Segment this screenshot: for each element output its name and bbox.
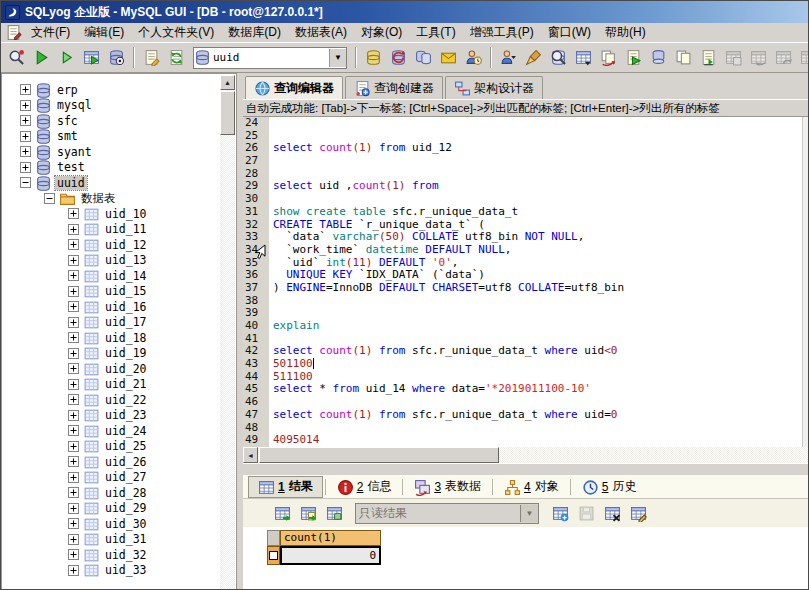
sidebar-db-mysql[interactable]: mysql	[2, 98, 218, 114]
sidebar-table-uid_32[interactable]: uid_32	[2, 547, 218, 563]
tree-scrollbar[interactable]: ▲	[220, 75, 235, 590]
edit-row-button[interactable]	[627, 502, 649, 524]
duplicate-db-button[interactable]	[646, 45, 671, 70]
row-checkbox[interactable]	[269, 551, 278, 560]
expand-icon[interactable]	[68, 348, 79, 359]
expand-icon[interactable]	[68, 363, 79, 374]
sidebar-table-uid_21[interactable]: uid_21	[2, 377, 218, 393]
expand-icon[interactable]	[68, 410, 79, 421]
grid-column-header[interactable]: count(1)	[280, 530, 381, 546]
execute-file-button[interactable]	[621, 45, 646, 70]
table-menu-button[interactable]	[571, 45, 596, 70]
explain-query-button[interactable]	[104, 45, 129, 70]
expand-icon[interactable]	[68, 503, 79, 514]
menu-item[interactable]: 文件(F)	[24, 22, 77, 43]
sidebar-table-uid_17[interactable]: uid_17	[2, 315, 218, 331]
expand-icon[interactable]	[68, 472, 79, 483]
editor-horizontal-scrollbar[interactable]: ◄	[243, 447, 809, 463]
expand-icon[interactable]	[68, 518, 79, 529]
sidebar-db-sfc[interactable]: sfc	[2, 113, 218, 129]
sql-editor[interactable]: 242526select count(1) from uid_12272829s…	[243, 117, 809, 447]
sidebar-table-uid_22[interactable]: uid_22	[2, 392, 218, 408]
export-result-db-button[interactable]	[323, 502, 345, 524]
result-tab-表数据[interactable]: 3 表数据	[405, 477, 490, 497]
copy-table-button[interactable]	[596, 45, 621, 70]
sidebar-table-uid_25[interactable]: uid_25	[2, 439, 218, 455]
expand-icon[interactable]	[20, 162, 31, 173]
sidebar-table-uid_33[interactable]: uid_33	[2, 563, 218, 579]
sidebar-db-uuid[interactable]: uuid	[2, 175, 218, 191]
refresh-button[interactable]	[164, 45, 189, 70]
expand-icon[interactable]	[68, 379, 79, 390]
tab-查询编辑器[interactable]: 查询编辑器	[245, 76, 343, 99]
expand-icon[interactable]	[68, 534, 79, 545]
collapse-icon[interactable]	[44, 193, 55, 204]
result-tab-对象[interactable]: 4 对象	[495, 477, 568, 497]
dropdown-arrow-icon[interactable]: ▼	[520, 505, 538, 522]
sidebar-db-smt[interactable]: smt	[2, 129, 218, 145]
sidebar-table-uid_14[interactable]: uid_14	[2, 268, 218, 284]
expand-icon[interactable]	[68, 208, 79, 219]
sidebar-table-uid_26[interactable]: uid_26	[2, 454, 218, 470]
copy-db-button[interactable]	[411, 45, 436, 70]
sidebar-table-uid_27[interactable]: uid_27	[2, 470, 218, 486]
add-row-button[interactable]	[549, 502, 571, 524]
grid-row-selector[interactable]	[267, 546, 280, 565]
expand-icon[interactable]	[68, 332, 79, 343]
tree-scroll-thumb[interactable]	[220, 91, 235, 135]
expand-icon[interactable]	[20, 131, 31, 142]
expand-icon[interactable]	[68, 270, 79, 281]
sidebar-table-uid_19[interactable]: uid_19	[2, 346, 218, 362]
grid-corner-cell[interactable]	[267, 530, 280, 546]
sidebar-table-uid_15[interactable]: uid_15	[2, 284, 218, 300]
expand-icon[interactable]	[68, 394, 79, 405]
sidebar-db-test[interactable]: test	[2, 160, 218, 176]
result-tab-历史[interactable]: 5 历史	[573, 477, 646, 497]
sidebar-table-uid_10[interactable]: uid_10	[2, 206, 218, 222]
result-tab-信息[interactable]: 2 信息	[328, 477, 401, 497]
menu-item[interactable]: 增强工具(P)	[463, 22, 541, 43]
sidebar-table-uid_29[interactable]: uid_29	[2, 501, 218, 517]
expand-icon[interactable]	[68, 549, 79, 560]
tree-scroll-up-button[interactable]: ▲	[220, 75, 235, 90]
menu-item[interactable]: 窗口(W)	[541, 22, 598, 43]
refresh-db-button[interactable]	[386, 45, 411, 70]
menu-item[interactable]: 工具(T)	[409, 22, 462, 43]
scheduler-button[interactable]	[461, 45, 486, 70]
expand-icon[interactable]	[68, 565, 79, 576]
database-selector[interactable]: uuid▼	[193, 47, 347, 69]
menu-item[interactable]: 数据表(A)	[288, 22, 354, 43]
sidebar-table-uid_24[interactable]: uid_24	[2, 423, 218, 439]
sidebar-table-uid_18[interactable]: uid_18	[2, 330, 218, 346]
export-result-button[interactable]	[271, 502, 293, 524]
sidebar-db-syant[interactable]: syant	[2, 144, 218, 160]
expand-icon[interactable]	[20, 146, 31, 157]
editor-scroll-left-button[interactable]: ◄	[243, 447, 258, 463]
flush-button[interactable]	[521, 45, 546, 70]
tab-架构设计器[interactable]: 架构设计器	[445, 76, 543, 99]
sidebar-table-uid_16[interactable]: uid_16	[2, 299, 218, 315]
expand-icon[interactable]	[20, 115, 31, 126]
expand-icon[interactable]	[68, 487, 79, 498]
collapse-icon[interactable]	[20, 177, 31, 188]
menu-item[interactable]: 编辑(E)	[77, 22, 131, 43]
expand-icon[interactable]	[68, 301, 79, 312]
delete-row-button[interactable]	[601, 502, 623, 524]
expand-icon[interactable]	[68, 425, 79, 436]
export-button[interactable]	[696, 45, 721, 70]
expand-icon[interactable]	[68, 286, 79, 297]
sidebar-table-uid_20[interactable]: uid_20	[2, 361, 218, 377]
menu-item[interactable]: 个人文件夹(V)	[131, 22, 221, 43]
connect-button[interactable]	[4, 45, 29, 70]
sidebar-db-erp[interactable]: erp	[2, 82, 218, 98]
sidebar-table-uid_30[interactable]: uid_30	[2, 516, 218, 532]
sidebar-table-uid_28[interactable]: uid_28	[2, 485, 218, 501]
editor-vertical-scrollbar[interactable]	[802, 117, 809, 447]
execute-grid-button[interactable]	[79, 45, 104, 70]
result-tab-结果[interactable]: 1 结果	[248, 476, 323, 498]
result-mode-dropdown[interactable]: 只读结果▼	[355, 503, 539, 524]
email-button[interactable]	[436, 45, 461, 70]
grid-value-cell[interactable]: 0	[280, 546, 381, 565]
sidebar-table-uid_12[interactable]: uid_12	[2, 237, 218, 253]
new-editor-button[interactable]	[139, 45, 164, 70]
